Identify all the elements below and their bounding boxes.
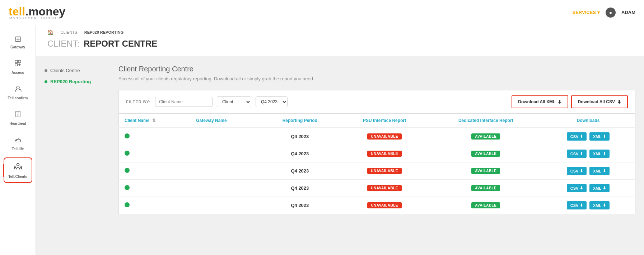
csv-icon: ⬇	[580, 169, 583, 173]
sidebar-item-heartbeat[interactable]: Heartbeat	[4, 107, 32, 129]
status-indicator	[125, 151, 130, 156]
sidebar-item-tell-clients[interactable]: Tell.Clients	[4, 157, 32, 183]
nav-dot-clients	[45, 69, 47, 72]
cell-psu-status: UNAVAILABLE	[339, 145, 430, 162]
cell-client-name	[119, 128, 191, 145]
download-csv-icon: ⬇	[617, 99, 621, 105]
tell-life-icon	[14, 136, 22, 146]
xml-icon: ⬇	[603, 169, 606, 173]
svg-point-5	[17, 86, 19, 89]
report-table: Client Name ⇅ Gateway Name Reporting Per…	[118, 113, 635, 214]
page-title: CLIENT: REPORT CENTRE	[47, 39, 633, 49]
svg-point-10	[17, 164, 19, 166]
user-avatar-icon[interactable]: ●	[606, 8, 616, 18]
download-all-csv-button[interactable]: Download All CSV ⬇	[571, 95, 628, 108]
xml-download-button[interactable]: XML ⬇	[589, 150, 610, 158]
csv-icon: ⬇	[580, 186, 583, 190]
csv-download-button[interactable]: CSV ⬇	[567, 201, 587, 209]
xml-download-button[interactable]: XML ⬇	[589, 184, 610, 192]
home-icon[interactable]: 🏠	[47, 29, 53, 35]
active-indicator	[3, 164, 4, 177]
chevron-down-icon: ▾	[597, 10, 600, 15]
xml-download-button[interactable]: XML ⬇	[589, 167, 610, 175]
xml-icon: ⬇	[603, 203, 606, 208]
cell-dedicated-status: AVAILABLE	[430, 180, 542, 197]
page-header: 🏠 › CLIENTS › REP020 REPORTING CLIENT: R…	[36, 25, 644, 56]
sidebar-item-tell-life[interactable]: Tell.life	[4, 132, 32, 155]
cell-gateway-name	[190, 162, 261, 180]
tell-confirm-icon	[14, 85, 22, 95]
col-header-client-name[interactable]: Client Name ⇅	[119, 114, 191, 128]
left-nav-rep020[interactable]: REP020 Reporting	[45, 76, 110, 87]
breadcrumb-clients[interactable]: CLIENTS	[61, 30, 77, 34]
csv-download-button[interactable]: CSV ⬇	[567, 150, 587, 158]
download-xml-icon: ⬇	[557, 99, 562, 105]
cell-dedicated-status: AVAILABLE	[430, 162, 542, 180]
table-row: Q4 2023 UNAVAILABLE AVAILABLE CSV ⬇ XML …	[119, 145, 635, 162]
client-filter-select[interactable]: Client All Clients	[217, 96, 251, 107]
report-content: Client Reporting Centre Access all of yo…	[118, 65, 644, 214]
sidebar-item-tell-confirm[interactable]: Tell.confirm	[4, 81, 32, 104]
services-link[interactable]: SERVICES ▾	[572, 10, 600, 15]
cell-client-name	[119, 197, 191, 214]
csv-icon: ⬇	[580, 151, 583, 156]
breadcrumb-current: REP020 REPORTING	[84, 30, 123, 34]
table-row: Q4 2023 UNAVAILABLE AVAILABLE CSV ⬇ XML …	[119, 180, 635, 197]
dedicated-badge: AVAILABLE	[471, 185, 500, 191]
filter-by-label: FILTER BY:	[126, 100, 151, 104]
nav-dot-rep020	[45, 80, 47, 83]
cell-gateway-name	[190, 197, 261, 214]
dedicated-badge: AVAILABLE	[471, 202, 500, 208]
sidebar-item-label-heartbeat: Heartbeat	[9, 122, 26, 126]
svg-point-11	[14, 166, 16, 168]
cell-gateway-name	[190, 180, 261, 197]
status-indicator	[125, 202, 130, 207]
psu-badge: UNAVAILABLE	[367, 168, 402, 174]
cell-dedicated-status: AVAILABLE	[430, 128, 542, 145]
csv-icon: ⬇	[580, 203, 583, 208]
logo-sub: MANAGEMENT CONSOLE	[9, 16, 65, 20]
breadcrumb: 🏠 › CLIENTS › REP020 REPORTING	[47, 29, 633, 35]
csv-download-button[interactable]: CSV ⬇	[567, 132, 587, 141]
cell-psu-status: UNAVAILABLE	[339, 162, 430, 180]
cell-psu-status: UNAVAILABLE	[339, 197, 430, 214]
table-header-row: Client Name ⇅ Gateway Name Reporting Per…	[119, 114, 635, 128]
psu-badge: UNAVAILABLE	[367, 133, 402, 140]
download-all-xml-button[interactable]: Download All XML ⬇	[512, 95, 568, 108]
cell-reporting-period: Q4 2023	[261, 180, 339, 197]
dedicated-badge: AVAILABLE	[471, 168, 500, 174]
tell-clients-icon	[13, 162, 23, 173]
psu-badge: UNAVAILABLE	[367, 202, 402, 208]
cell-reporting-period: Q4 2023	[261, 197, 339, 214]
svg-rect-1	[18, 60, 21, 63]
report-description: Access all of your clients regulatory re…	[118, 76, 635, 81]
sidebar: ⊞ Gateway Access Tell.confirm	[0, 25, 36, 255]
psu-badge: UNAVAILABLE	[367, 151, 402, 157]
cell-downloads: CSV ⬇ XML ⬇	[541, 180, 635, 197]
xml-download-button[interactable]: XML ⬇	[589, 201, 610, 209]
sidebar-item-gateway[interactable]: ⊞ Gateway	[4, 31, 32, 53]
dedicated-badge: AVAILABLE	[471, 133, 500, 140]
cell-reporting-period: Q4 2023	[261, 128, 339, 145]
cell-downloads: CSV ⬇ XML ⬇	[541, 145, 635, 162]
cell-psu-status: UNAVAILABLE	[339, 180, 430, 197]
csv-download-button[interactable]: CSV ⬇	[567, 167, 587, 175]
left-nav: Clients Centre REP020 Reporting	[36, 65, 118, 214]
cell-dedicated-status: AVAILABLE	[430, 145, 542, 162]
dedicated-badge: AVAILABLE	[471, 151, 500, 157]
period-filter-select[interactable]: Q4 2023 Q3 2023 Q2 2023 Q1 2023	[256, 96, 288, 107]
col-header-gateway-name: Gateway Name	[190, 114, 261, 128]
sidebar-item-label-tell-confirm: Tell.confirm	[8, 96, 28, 100]
cell-downloads: CSV ⬇ XML ⬇	[541, 197, 635, 214]
client-name-input[interactable]	[155, 97, 213, 107]
sidebar-item-access[interactable]: Access	[4, 56, 32, 78]
svg-point-12	[20, 166, 22, 168]
col-header-psu: PSU Interface Report	[339, 114, 430, 128]
left-nav-clients-centre[interactable]: Clients Centre	[45, 65, 110, 76]
csv-download-button[interactable]: CSV ⬇	[567, 184, 587, 192]
col-header-dedicated: Dedicated Interface Report	[430, 114, 542, 128]
status-indicator	[125, 133, 130, 138]
xml-download-button[interactable]: XML ⬇	[589, 132, 610, 141]
cell-client-name	[119, 145, 191, 162]
main-content: 🏠 › CLIENTS › REP020 REPORTING CLIENT: R…	[36, 25, 644, 255]
